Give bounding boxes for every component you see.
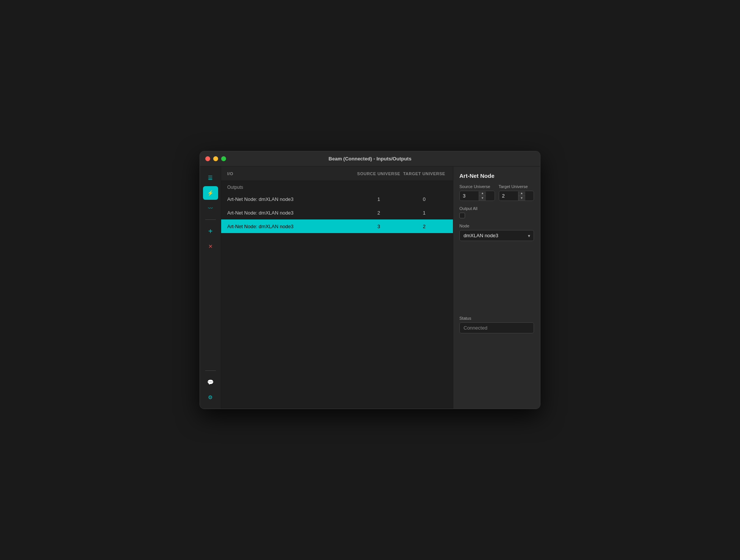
status-value: Connected	[459, 322, 534, 333]
source-universe-group: Source Universe ▲ ▼	[459, 184, 495, 201]
divider-2	[205, 370, 216, 371]
main-window: Beam (Connected) - Inputs/Outputs ☰ ⚡ 〰 …	[200, 151, 540, 409]
status-group: Status Connected	[459, 316, 534, 403]
node-group: Node dmXLAN node3 ▼	[459, 224, 534, 311]
sidebar-item-settings[interactable]: ⚙	[203, 390, 218, 404]
row-target: 1	[401, 210, 447, 216]
target-universe-label: Target Universe	[499, 184, 534, 189]
table-row-selected[interactable]: Art-Net Node: dmXLAN node3 3 2	[221, 219, 453, 233]
maximize-button[interactable]	[221, 156, 226, 161]
target-universe-group: Target Universe ▲ ▼	[499, 184, 534, 201]
main-content: I/O SOURCE UNIVERSE TARGET UNIVERSE Outp…	[221, 166, 453, 409]
row-label: Art-Net Node: dmXLAN node3	[227, 196, 356, 202]
row-source: 2	[356, 210, 401, 216]
sidebar: ☰ ⚡ 〰 + ✕ 💬 ⚙	[200, 166, 221, 409]
node-select[interactable]: dmXLAN node3	[459, 230, 534, 241]
sidebar-item-list[interactable]: ☰	[203, 171, 218, 185]
section-outputs-header: Outputs	[221, 181, 453, 192]
row-source: 3	[356, 224, 401, 229]
source-universe-down[interactable]: ▼	[479, 196, 486, 201]
target-universe-up[interactable]: ▲	[518, 191, 525, 196]
table-row[interactable]: Art-Net Node: dmXLAN node3 2 1	[221, 206, 453, 219]
target-universe-input-wrapper: ▲ ▼	[499, 191, 534, 201]
col-source-header: SOURCE UNIVERSE	[356, 171, 401, 176]
sidebar-item-chat[interactable]: 💬	[203, 375, 218, 389]
divider-1	[205, 219, 216, 220]
output-all-row: Output All	[459, 206, 534, 218]
io-icon: ⚡	[207, 190, 214, 196]
status-label: Status	[459, 316, 534, 320]
node-select-wrapper: dmXLAN node3 ▼	[459, 230, 534, 241]
table-header: I/O SOURCE UNIVERSE TARGET UNIVERSE	[221, 166, 453, 181]
remove-icon: ✕	[208, 243, 213, 249]
close-button[interactable]	[205, 156, 210, 161]
detail-panel: Art-Net Node Source Universe ▲ ▼ Target …	[453, 166, 540, 409]
output-all-label: Output All	[459, 206, 534, 211]
settings-icon: ⚙	[208, 394, 213, 400]
sidebar-item-io[interactable]: ⚡	[203, 186, 218, 200]
source-universe-input-wrapper: ▲ ▼	[459, 191, 495, 201]
list-icon: ☰	[208, 175, 213, 181]
target-universe-input[interactable]	[499, 191, 518, 201]
content-area: ☰ ⚡ 〰 + ✕ 💬 ⚙	[200, 166, 540, 409]
col-target-header: TARGET UNIVERSE	[401, 171, 447, 176]
row-source: 1	[356, 196, 401, 202]
source-universe-spinners: ▲ ▼	[479, 191, 486, 201]
add-icon: +	[208, 227, 213, 236]
sidebar-item-add[interactable]: +	[203, 224, 218, 238]
col-io-header: I/O	[227, 171, 356, 176]
node-label: Node	[459, 224, 534, 228]
source-universe-label: Source Universe	[459, 184, 495, 189]
sidebar-item-remove[interactable]: ✕	[203, 240, 218, 253]
row-target: 2	[401, 224, 447, 229]
row-label: Art-Net Node: dmXLAN node3	[227, 224, 356, 229]
detail-panel-title: Art-Net Node	[459, 173, 534, 179]
table-body: Outputs Art-Net Node: dmXLAN node3 1 0 A…	[221, 181, 453, 409]
chat-icon: 💬	[207, 379, 214, 385]
row-label: Art-Net Node: dmXLAN node3	[227, 210, 356, 216]
traffic-lights	[205, 156, 226, 161]
table-row[interactable]: Art-Net Node: dmXLAN node3 1 0	[221, 192, 453, 206]
minimize-button[interactable]	[213, 156, 218, 161]
output-all-checkbox[interactable]	[459, 213, 465, 218]
row-target: 0	[401, 196, 447, 202]
sidebar-item-wave[interactable]: 〰	[203, 201, 218, 215]
wave-icon: 〰	[208, 205, 213, 211]
target-universe-spinners: ▲ ▼	[518, 191, 525, 201]
source-universe-up[interactable]: ▲	[479, 191, 486, 196]
source-universe-input[interactable]	[460, 191, 479, 201]
window-title: Beam (Connected) - Inputs/Outputs	[329, 156, 412, 162]
output-all-wrapper	[459, 213, 534, 218]
target-universe-down[interactable]: ▼	[518, 196, 525, 201]
titlebar: Beam (Connected) - Inputs/Outputs	[200, 151, 540, 166]
universe-fields-row: Source Universe ▲ ▼ Target Universe	[459, 184, 534, 201]
